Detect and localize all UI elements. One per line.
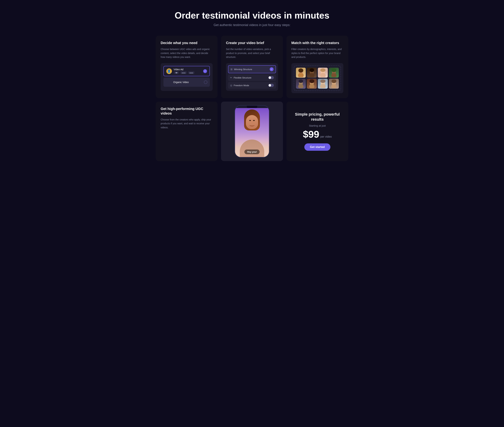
video-ad-option[interactable]: 👤 Video Ad ◀▶ ▬▬ ▬▬ ✓: [164, 66, 210, 76]
price-value: $99: [303, 129, 319, 140]
top-cards-grid: Decide what you need Choose between UGC …: [156, 36, 348, 98]
tag-pill-3: ▬▬: [188, 71, 195, 74]
video-ad-check: ✓: [203, 69, 207, 73]
price-unit: per video: [320, 135, 332, 138]
svg-point-1: [298, 68, 303, 73]
structure-options: ⊞ Winning Structure ✓ ✏ Flexible Structu…: [226, 63, 278, 91]
flexible-knob: [269, 76, 271, 79]
tag-pill-2: ▬▬: [180, 71, 187, 74]
card1-title: Decide what you need: [161, 41, 213, 45]
winning-label: Winning Structure: [234, 68, 252, 71]
card-creators: Match with the right creators Filter cre…: [286, 36, 348, 98]
pricing-starting: Starting at just: [309, 124, 326, 127]
winning-left: ⊞ Winning Structure: [230, 68, 252, 71]
freedom-knob: [269, 84, 271, 87]
svg-point-5: [309, 73, 315, 77]
creators-visual: [291, 63, 343, 93]
page-title: Order testimonial videos in minutes: [156, 10, 348, 21]
card-ugc: Get high-performing UGC videos Choose fr…: [156, 102, 218, 161]
svg-point-8: [320, 73, 326, 77]
svg-point-23: [331, 84, 337, 88]
card-pricing: Simple pricing, powerful results Startin…: [286, 102, 348, 161]
video-ad-label-group: Video Ad ◀▶ ▬▬ ▬▬: [173, 68, 195, 74]
flexible-structure-option[interactable]: ✏ Flexible Structure: [228, 74, 276, 81]
video-ad-left: 👤 Video Ad ◀▶ ▬▬ ▬▬: [166, 68, 195, 74]
phone-mockup: Hey you!: [235, 105, 269, 158]
freedom-label: Freedom Mode: [234, 84, 249, 87]
bottom-cards-grid: Get high-performing UGC videos Choose fr…: [156, 102, 348, 161]
freedom-mode-option[interactable]: ◎ Freedom Mode: [228, 82, 276, 89]
winning-icon: ⊞: [230, 68, 233, 71]
svg-point-20: [320, 84, 326, 88]
organic-video-label: Organic Video: [173, 81, 189, 84]
organic-avatar: [166, 79, 172, 85]
svg-point-22: [331, 79, 336, 83]
card4-title: Get high-performing UGC videos: [161, 107, 213, 115]
organic-video-left: Organic Video: [166, 79, 189, 85]
svg-point-7: [320, 68, 325, 72]
svg-point-2: [298, 73, 304, 77]
creators-grid: [296, 68, 339, 89]
svg-point-4: [310, 68, 314, 72]
creator-5: [296, 79, 306, 89]
page-subtitle: Get authentic testimonial videos in just…: [156, 23, 348, 27]
winning-structure-option[interactable]: ⊞ Winning Structure ✓: [228, 65, 276, 73]
creator-7: [318, 79, 328, 89]
phone-smile: [249, 124, 255, 126]
pricing-amount: $99 per video: [303, 129, 332, 140]
flexible-left: ✏ Flexible Structure: [230, 76, 251, 79]
page-container: Order testimonial videos in minutes Get …: [156, 10, 348, 161]
card4-desc: Choose from the creators who apply, ship…: [161, 118, 213, 130]
video-ad-tags: ◀▶ ▬▬ ▬▬: [173, 71, 195, 74]
card2-desc: Set the number of video variations, pick…: [226, 47, 278, 59]
video-ad-avatar: 👤: [166, 68, 172, 74]
pricing-title: Simple pricing, powerful results: [291, 112, 343, 122]
phone-face: [246, 115, 258, 129]
card-decide: Decide what you need Choose between UGC …: [156, 36, 218, 98]
svg-point-13: [299, 79, 303, 83]
card1-desc: Choose between UGC video ads and organic…: [161, 47, 213, 59]
phone-screen: Hey you!: [235, 108, 269, 157]
phone-eye-left: [249, 120, 251, 121]
tag-pill-1: ◀▶: [173, 71, 179, 74]
creator-4: [329, 68, 339, 78]
phone-eye-right: [253, 120, 255, 121]
svg-point-16: [309, 79, 314, 83]
svg-point-11: [331, 73, 337, 77]
svg-point-10: [331, 68, 336, 72]
phone-label: Hey you!: [244, 150, 260, 154]
organic-video-option[interactable]: Organic Video: [164, 78, 210, 87]
creator-2: [307, 68, 317, 78]
card3-desc: Filter creators by demographics, interes…: [291, 47, 343, 59]
winning-check: ✓: [270, 67, 274, 71]
freedom-toggle[interactable]: [268, 84, 274, 87]
svg-point-19: [320, 79, 325, 83]
flexible-toggle[interactable]: [268, 76, 274, 79]
video-ad-label: Video Ad: [173, 68, 195, 71]
page-header: Order testimonial videos in minutes Get …: [156, 10, 348, 27]
card-brief: Create your video brief Set the number o…: [221, 36, 283, 98]
creator-6: [307, 79, 317, 89]
creators-border-box: [294, 66, 341, 91]
svg-point-17: [309, 84, 315, 88]
card2-title: Create your video brief: [226, 41, 278, 45]
organic-radio: [204, 80, 207, 84]
get-started-button[interactable]: Get started: [304, 143, 330, 151]
freedom-left: ◎ Freedom Mode: [230, 84, 249, 87]
svg-point-14: [298, 84, 303, 88]
flexible-label: Flexible Structure: [234, 76, 251, 79]
card3-title: Match with the right creators: [291, 41, 343, 45]
flexible-icon: ✏: [230, 76, 232, 79]
creator-3: [318, 68, 328, 78]
freedom-icon: ◎: [230, 84, 232, 87]
card-phone: Hey you!: [221, 102, 283, 161]
creator-1: [296, 68, 306, 78]
creator-8: [329, 79, 339, 89]
card1-visual: 👤 Video Ad ◀▶ ▬▬ ▬▬ ✓: [161, 63, 213, 91]
